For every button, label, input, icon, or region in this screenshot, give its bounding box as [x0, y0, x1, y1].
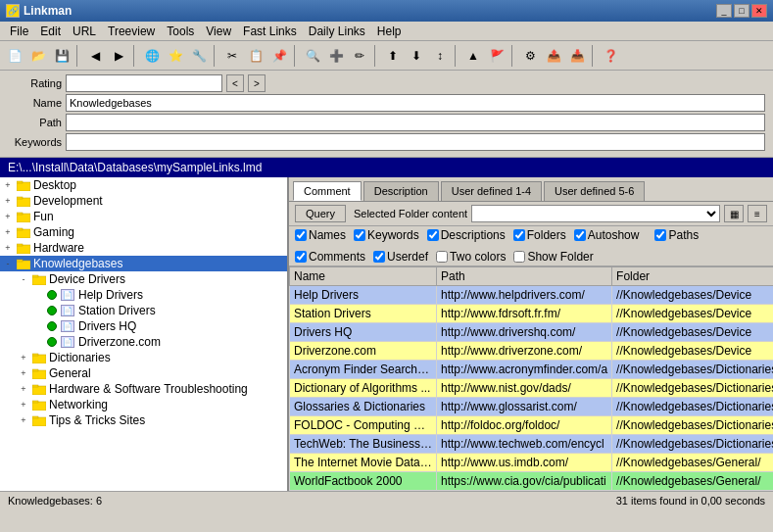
- sidebar-item-dictionaries[interactable]: + Dictionaries: [0, 350, 287, 365]
- list-item[interactable]: 📄 Help Drivers: [0, 287, 287, 303]
- new-button[interactable]: 📄: [4, 45, 25, 67]
- check-folders[interactable]: Folders: [513, 228, 566, 242]
- menu-dailylinks[interactable]: Daily Links: [303, 23, 371, 40]
- next-button[interactable]: >: [248, 74, 266, 92]
- table-row[interactable]: WorldFactbook 2000https://www.cia.gov/ci…: [290, 472, 774, 491]
- check-two-colors[interactable]: Two colors: [436, 250, 506, 264]
- flag-button[interactable]: 🚩: [486, 45, 507, 67]
- comments-checkbox[interactable]: [295, 251, 307, 263]
- detail-view-button[interactable]: ≡: [748, 205, 767, 222]
- back-button[interactable]: ◀: [84, 45, 106, 67]
- add-button[interactable]: ➕: [325, 45, 347, 67]
- menu-url[interactable]: URL: [67, 23, 102, 40]
- sidebar-item-knowledgebases[interactable]: - Knowledgebases: [0, 256, 287, 271]
- table-row[interactable]: Drivers HQhttp://www.drivershq.com///Kno…: [290, 323, 774, 342]
- prev-button[interactable]: <: [226, 74, 244, 92]
- forward-button[interactable]: ▶: [108, 45, 129, 67]
- name-input[interactable]: [66, 94, 765, 112]
- menu-treeview[interactable]: Treeview: [102, 23, 161, 40]
- col-name-header[interactable]: Name: [290, 267, 437, 286]
- keywords-checkbox[interactable]: [354, 229, 365, 241]
- sort-button[interactable]: ↕: [429, 45, 451, 67]
- table-row[interactable]: Driverzone.comhttp://www.driverzone.com/…: [290, 342, 774, 361]
- sidebar-item-fun[interactable]: + Fun: [0, 209, 287, 224]
- titlebar-controls[interactable]: _ □ ✕: [716, 4, 767, 18]
- copy-button[interactable]: 📋: [245, 45, 266, 67]
- sidebar-item-development[interactable]: + Development: [0, 193, 287, 209]
- minimize-button[interactable]: _: [716, 4, 732, 18]
- check-paths[interactable]: Paths: [654, 228, 699, 242]
- userdef-checkbox[interactable]: [373, 251, 385, 263]
- path-input[interactable]: [66, 114, 765, 131]
- tree-content[interactable]: + Desktop + Development + Fun: [0, 177, 287, 491]
- filter-button[interactable]: ▲: [462, 45, 484, 67]
- table-row[interactable]: Glossaries & Dictionarieshttp://www.glos…: [290, 398, 774, 416]
- sidebar-item-hw-sw[interactable]: + Hardware & Software Troubleshooting: [0, 381, 287, 397]
- table-row[interactable]: TechWeb: The Business ...http://www.tech…: [290, 435, 774, 454]
- show-folder-checkbox[interactable]: [513, 251, 525, 263]
- check-autoshow[interactable]: Autoshow: [574, 228, 640, 242]
- check-userdef[interactable]: Userdef: [373, 250, 428, 264]
- close-button[interactable]: ✕: [751, 4, 767, 18]
- paste-button[interactable]: 📌: [268, 45, 290, 67]
- autoshow-checkbox[interactable]: [574, 229, 586, 241]
- tab-comment[interactable]: Comment: [293, 181, 362, 201]
- descriptions-checkbox[interactable]: [427, 229, 439, 241]
- table-row[interactable]: FOLDOC - Computing Dict...http://foldoc.…: [290, 416, 774, 435]
- list-item[interactable]: 📄 Driverzone.com: [0, 334, 287, 350]
- menu-help[interactable]: Help: [371, 23, 408, 40]
- menu-edit[interactable]: Edit: [34, 23, 67, 40]
- import-button[interactable]: 📥: [566, 45, 588, 67]
- check-show-folder[interactable]: Show Folder: [513, 250, 593, 264]
- sidebar-item-device-drivers[interactable]: - Device Drivers: [0, 271, 287, 287]
- move-down-button[interactable]: ⬇: [406, 45, 427, 67]
- results-table-wrap[interactable]: Name Path Folder Help Drivershttp://www.…: [289, 266, 773, 491]
- save-button[interactable]: 💾: [51, 45, 72, 67]
- table-row[interactable]: Station Drivershttp://www.fdrsoft.fr.fm/…: [290, 305, 774, 323]
- star-icon[interactable]: ⭐: [165, 45, 186, 67]
- maximize-button[interactable]: □: [734, 4, 749, 18]
- query-button[interactable]: Query: [295, 205, 346, 222]
- check-descriptions[interactable]: Descriptions: [427, 228, 506, 242]
- table-row[interactable]: The Internet Movie Datab...http://www.us…: [290, 454, 774, 472]
- grid-view-button[interactable]: ▦: [724, 205, 744, 222]
- tab-description[interactable]: Description: [363, 181, 439, 201]
- list-item[interactable]: 📄 Station Drivers: [0, 303, 287, 318]
- menu-tools[interactable]: Tools: [161, 23, 200, 40]
- menu-view[interactable]: View: [200, 23, 237, 40]
- col-path-header[interactable]: Path: [437, 267, 612, 286]
- tab-userdefined-5-6[interactable]: User defined 5-6: [544, 181, 645, 201]
- check-names[interactable]: Names: [295, 228, 346, 242]
- open-button[interactable]: 📂: [27, 45, 49, 67]
- cut-button[interactable]: ✂: [221, 45, 243, 67]
- tab-userdefined-1-4[interactable]: User defined 1-4: [441, 181, 542, 201]
- table-row[interactable]: Dictionary of Algorithms ...http://www.n…: [290, 379, 774, 398]
- search-button[interactable]: 🔍: [302, 45, 323, 67]
- move-up-button[interactable]: ⬆: [382, 45, 404, 67]
- tools-icon[interactable]: 🔧: [188, 45, 210, 67]
- folder-dropdown[interactable]: [471, 205, 720, 222]
- check-comments[interactable]: Comments: [295, 250, 365, 264]
- help-button[interactable]: ❓: [600, 45, 621, 67]
- col-folder-header[interactable]: Folder: [612, 267, 773, 286]
- sidebar-item-hardware[interactable]: + Hardware: [0, 240, 287, 256]
- two-colors-checkbox[interactable]: [436, 251, 448, 263]
- options-button[interactable]: ⚙: [519, 45, 541, 67]
- table-row[interactable]: Help Drivershttp://www.helpdrivers.com//…: [290, 286, 774, 305]
- edit-button[interactable]: ✏: [349, 45, 370, 67]
- keywords-input[interactable]: [66, 133, 765, 151]
- sidebar-item-networking[interactable]: + Networking: [0, 397, 287, 412]
- check-keywords[interactable]: Keywords: [354, 228, 419, 242]
- sidebar-item-gaming[interactable]: + Gaming: [0, 224, 287, 240]
- globe-icon[interactable]: 🌐: [141, 45, 163, 67]
- list-item[interactable]: 📄 Drivers HQ: [0, 318, 287, 334]
- menu-file[interactable]: File: [4, 23, 34, 40]
- export-button[interactable]: 📤: [543, 45, 564, 67]
- sidebar-item-desktop[interactable]: + Desktop: [0, 177, 287, 193]
- paths-checkbox[interactable]: [654, 229, 666, 241]
- table-row[interactable]: Acronym Finder Search F...http://www.acr…: [290, 361, 774, 379]
- folders-checkbox[interactable]: [513, 229, 525, 241]
- menu-fastlinks[interactable]: Fast Links: [237, 23, 303, 40]
- rating-input[interactable]: [66, 74, 222, 92]
- sidebar-item-tips[interactable]: + Tips & Tricks Sites: [0, 412, 287, 428]
